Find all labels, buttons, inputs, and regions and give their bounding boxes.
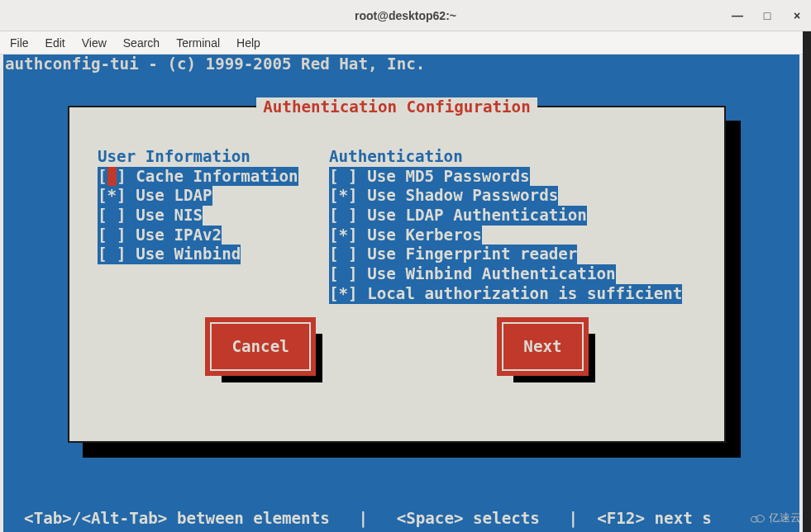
checkbox-userinfo-use-ldap[interactable]: [*] Use LDAP [98, 186, 212, 206]
checkbox-auth-use-kerberos[interactable]: [*] Use Kerberos [329, 226, 482, 245]
authentication-column: Authentication [ ] Use MD5 Passwords[*] … [329, 147, 708, 304]
window-titlebar: root@desktop62:~ — □ × [0, 0, 811, 31]
footer-help-text: <Tab>/<Alt-Tab> between elements | <Spac… [5, 509, 798, 529]
menu-edit[interactable]: Edit [45, 36, 65, 50]
dialog-container: Authentication Configuration User Inform… [68, 106, 726, 443]
terminal[interactable]: authconfig-tui - (c) 1999-2005 Red Hat, … [3, 55, 799, 532]
window-title: root@desktop62:~ [355, 9, 456, 22]
checkbox-auth-use-shadow-passwords[interactable]: [*] Use Shadow Passwords [329, 186, 558, 206]
checkbox-userinfo-use-nis[interactable]: [ ] Use NIS [98, 206, 203, 226]
next-button[interactable]: Next [502, 322, 583, 371]
cloud-icon [749, 512, 766, 524]
checkbox-userinfo-cache-information[interactable]: [ ] Cache Information [98, 167, 298, 187]
dialog-buttons: Cancel Next [69, 322, 724, 371]
checkbox-auth-use-md5-passwords[interactable]: [ ] Use MD5 Passwords [329, 167, 530, 187]
menu-search[interactable]: Search [123, 36, 160, 50]
watermark-text: 亿速云 [769, 511, 801, 525]
desktop: root@desktop62:~ — □ × File Edit View Se… [0, 0, 811, 532]
checkbox-auth-use-fingerprint-reader[interactable]: [ ] Use Fingerprint reader [329, 245, 577, 264]
checkbox-userinfo-use-ipav2[interactable]: [ ] Use IPAv2 [98, 226, 222, 245]
column-header-authentication: Authentication [329, 147, 708, 167]
checkbox-auth-use-ldap-authentication[interactable]: [ ] Use LDAP Authentication [329, 206, 587, 226]
svg-point-1 [756, 515, 764, 522]
checkbox-auth-use-winbind-authentication[interactable]: [ ] Use Winbind Authentication [329, 264, 616, 284]
dialog-title: Authentication Configuration [256, 97, 537, 117]
menu-terminal[interactable]: Terminal [176, 36, 220, 50]
cancel-button[interactable]: Cancel [210, 322, 310, 371]
authentication-configuration-dialog: Authentication Configuration User Inform… [68, 106, 726, 443]
window-controls: — □ × [730, 9, 804, 22]
column-header-user-information: User Information [98, 147, 329, 167]
background-strip [803, 31, 811, 532]
menubar: File Edit View Search Terminal Help [0, 31, 811, 55]
maximize-icon[interactable]: □ [760, 9, 775, 22]
checkbox-auth-local-authorization-is-sufficient[interactable]: [*] Local authorization is sufficient [329, 284, 682, 304]
checkbox-userinfo-use-winbind[interactable]: [ ] Use Winbind [98, 245, 241, 264]
minimize-icon[interactable]: — [730, 9, 745, 22]
menu-file[interactable]: File [10, 36, 29, 50]
app-header: authconfig-tui - (c) 1999-2005 Red Hat, … [3, 55, 799, 74]
menu-help[interactable]: Help [236, 36, 260, 50]
close-icon[interactable]: × [790, 9, 804, 22]
watermark: 亿速云 [749, 511, 801, 525]
menu-view[interactable]: View [82, 36, 107, 50]
user-information-column: User Information [ ] Cache Information[*… [98, 147, 329, 304]
